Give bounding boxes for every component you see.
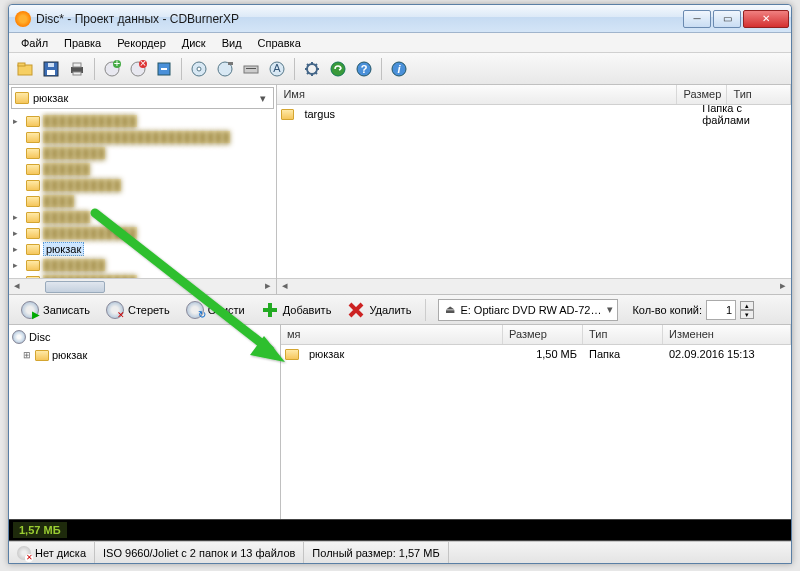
erase-disc-icon[interactable] [213,57,237,81]
delete-button[interactable]: Удалить [341,298,417,322]
status-iso: ISO 9660/Joliet с 2 папок и 13 файлов [95,542,304,563]
source-list-header: Имя Размер Тип [277,85,791,105]
list-item[interactable]: targus Папка с файлами [277,105,791,123]
remove-disc-icon[interactable]: × [126,57,150,81]
close-button[interactable]: ✕ [743,10,789,28]
col-type[interactable]: Тип [727,85,791,104]
plus-icon [261,301,279,319]
svg-rect-4 [48,63,54,67]
copies-control: Кол-во копий: ▴▾ [632,300,754,320]
app-icon [15,11,31,27]
menubar: Файл Правка Рекордер Диск Вид Справка [9,33,791,53]
svg-text:A: A [273,62,281,74]
tree-item[interactable]: ⊞ рюкзак [12,346,277,364]
chevron-down-icon[interactable]: ▾ [607,303,613,316]
col-size[interactable]: Размер [503,325,583,344]
print-icon[interactable] [65,57,89,81]
source-tree-pane: рюкзак ▾ ▸████████████ █████████████████… [9,85,277,294]
svg-text:×: × [140,60,146,69]
menu-view[interactable]: Вид [214,35,250,51]
toolbar: + × A ? i [9,53,791,85]
menu-recorder[interactable]: Рекордер [109,35,174,51]
folder-icon [35,350,49,361]
copies-label: Кол-во копий: [632,304,702,316]
svg-text:+: + [114,60,120,69]
burn-icon: ▶ [21,301,39,319]
titlebar: Disc* - Проект данных - CDBurnerXP ─ ▭ ✕ [9,5,791,33]
list-scrollbar[interactable]: ◂▸ [277,278,791,294]
source-path-label: рюкзак [33,92,256,104]
compilation-list-header: мя Размер Тип Изменен [281,325,791,345]
copies-input[interactable] [706,300,736,320]
tree-item-selected[interactable]: ▸рюкзак [13,241,276,257]
menu-file[interactable]: Файл [13,35,56,51]
action-bar: ▶ Записать ✕ Стереть ↻ Очисти Добавить У… [9,295,791,325]
source-list-pane: Имя Размер Тип targus Папка с файлами ◂▸ [277,85,791,294]
nodisc-icon [17,546,31,560]
clear-icon: ↻ [186,301,204,319]
source-tree[interactable]: ▸████████████ ████████████████████████ █… [9,111,276,294]
tree-item-root[interactable]: Disc [12,328,277,346]
svg-point-25 [331,62,345,76]
status-fullsize: Полный размер: 1,57 МБ [304,542,448,563]
menu-help[interactable]: Справка [250,35,309,51]
svg-rect-6 [73,63,81,67]
folder-icon [281,109,294,120]
svg-rect-20 [244,66,258,73]
copies-spinner[interactable]: ▴▾ [740,301,754,319]
window-title: Disc* - Проект данных - CDBurnerXP [36,12,681,26]
update-icon[interactable] [326,57,350,81]
compilation-list-pane: мя Размер Тип Изменен рюкзак 1,50 МБ Пап… [281,325,791,519]
used-size: 1,57 МБ [13,522,67,538]
col-modified[interactable]: Изменен [663,325,791,344]
source-list[interactable]: targus Папка с файлами [277,105,791,278]
svg-text:?: ? [361,63,368,75]
col-name[interactable]: Имя [277,85,677,104]
erase-button[interactable]: ✕ Стереть [100,298,176,322]
expand-icon[interactable]: ⊞ [22,350,32,360]
folder-icon [15,92,29,104]
source-path-combo[interactable]: рюкзак ▾ [11,87,274,109]
svg-point-17 [197,67,201,71]
menu-disc[interactable]: Диск [174,35,214,51]
app-window: Disc* - Проект данных - CDBurnerXP ─ ▭ ✕… [8,4,792,564]
svg-rect-3 [47,70,55,75]
burn-button[interactable]: ▶ Записать [15,298,96,322]
list-item[interactable]: рюкзак 1,50 МБ Папка 02.09.2016 15:13 [281,345,791,363]
add-button[interactable]: Добавить [255,298,338,322]
help-icon[interactable]: ? [352,57,376,81]
disc-icon [12,330,26,344]
col-size[interactable]: Размер [677,85,727,104]
size-bar: 1,57 МБ [9,519,791,541]
source-panel: рюкзак ▾ ▸████████████ █████████████████… [9,85,791,295]
clear-button[interactable]: ↻ Очисти [180,298,251,322]
col-type[interactable]: Тип [583,325,663,344]
maximize-button[interactable]: ▭ [713,10,741,28]
erase-icon: ✕ [106,301,124,319]
chevron-down-icon[interactable]: ▾ [256,92,270,105]
eject-icon[interactable]: ⏏ [443,303,457,317]
drive-properties-icon[interactable] [239,57,263,81]
add-disc-icon[interactable]: + [100,57,124,81]
status-nodisc: Нет диска [9,542,95,563]
clear-compilation-icon[interactable] [152,57,176,81]
save-icon[interactable] [39,57,63,81]
col-name[interactable]: мя [281,325,503,344]
compilation-list[interactable]: рюкзак 1,50 МБ Папка 02.09.2016 15:13 [281,345,791,519]
settings-icon[interactable] [300,57,324,81]
cross-icon [347,301,365,319]
menu-edit[interactable]: Правка [56,35,109,51]
svg-rect-21 [246,68,256,69]
tree-scrollbar[interactable]: ◂▸ [9,278,276,294]
about-icon[interactable]: i [387,57,411,81]
disc-label-icon[interactable]: A [265,57,289,81]
svg-rect-1 [18,63,25,66]
svg-rect-19 [228,62,233,65]
drive-select[interactable]: ⏏ E: Optiarc DVD RW AD-7280S ▾ [438,299,618,321]
disc-info-icon[interactable] [187,57,211,81]
status-bar: Нет диска ISO 9660/Joliet с 2 папок и 13… [9,541,791,563]
open-icon[interactable] [13,57,37,81]
compilation-tree[interactable]: Disc ⊞ рюкзак [9,325,281,519]
folder-icon [285,349,299,360]
minimize-button[interactable]: ─ [683,10,711,28]
